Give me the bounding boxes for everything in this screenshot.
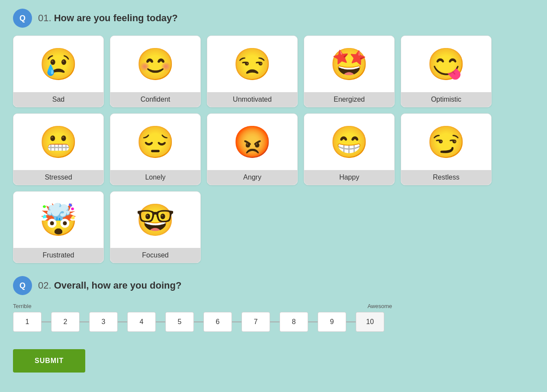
emotion-emoji-frustrated: 🤯 xyxy=(13,192,103,248)
emotion-label-stressed: Stressed xyxy=(13,170,103,185)
scale-number-8[interactable]: 8 xyxy=(280,312,308,332)
emotion-emoji-stressed: 😬 xyxy=(13,114,103,170)
emotion-emoji-confident: 😊 xyxy=(110,36,200,92)
emotion-label-lonely: Lonely xyxy=(110,170,200,185)
emotion-card-restless[interactable]: 😏 Restless xyxy=(401,113,492,185)
emotion-emoji-unmotivated: 😒 xyxy=(207,36,297,92)
scale-labels: Terrible Awesome xyxy=(13,303,392,309)
q1-number: 01. xyxy=(38,13,51,23)
question-2-section: Q 02. Overall, how are you doing? Terrib… xyxy=(13,276,534,332)
scale-connector-1 xyxy=(42,321,51,322)
emotion-card-sad[interactable]: 😢 Sad xyxy=(13,35,104,107)
emotion-label-energized: Energized xyxy=(304,92,394,107)
scale-connector-7 xyxy=(270,321,280,322)
scale-number-7[interactable]: 7 xyxy=(241,312,270,332)
emotion-label-happy: Happy xyxy=(304,170,394,185)
submit-button[interactable]: SUBMIT xyxy=(13,349,85,373)
question-2-header: Q 02. Overall, how are you doing? xyxy=(13,276,534,295)
emotion-emoji-focused: 🤓 xyxy=(110,192,200,248)
q2-text: Overall, how are you doing? xyxy=(54,280,182,291)
scale-number-5[interactable]: 5 xyxy=(165,312,194,332)
scale-numbers: 12345678910 xyxy=(13,312,534,332)
scale-number-4[interactable]: 4 xyxy=(127,312,156,332)
scale-connector-6 xyxy=(232,321,241,322)
emotion-emoji-sad: 😢 xyxy=(13,36,103,92)
emotion-card-focused[interactable]: 🤓 Focused xyxy=(110,191,201,263)
scale-connector-3 xyxy=(118,321,127,322)
scale-connector-2 xyxy=(80,321,89,322)
emotion-emoji-energized: 🤩 xyxy=(304,36,394,92)
q2-number: 02. xyxy=(38,280,51,291)
scale-number-9[interactable]: 9 xyxy=(318,312,346,332)
scale-section: Terrible Awesome 12345678910 xyxy=(13,303,534,332)
emotion-label-optimistic: Optimistic xyxy=(401,92,491,107)
scale-connector-8 xyxy=(308,321,318,322)
emotion-label-frustrated: Frustrated xyxy=(13,248,103,263)
question-1-header: Q 01. How are you feeling today? xyxy=(13,9,534,28)
emotion-card-stressed[interactable]: 😬 Stressed xyxy=(13,113,104,185)
emotion-label-unmotivated: Unmotivated xyxy=(207,92,297,107)
emotion-label-sad: Sad xyxy=(13,92,103,107)
emotion-card-angry[interactable]: 😡 Angry xyxy=(207,113,298,185)
emotion-card-frustrated[interactable]: 🤯 Frustrated xyxy=(13,191,104,263)
submit-section: SUBMIT xyxy=(13,332,534,373)
emotion-emoji-angry: 😡 xyxy=(207,114,297,170)
q1-badge: Q xyxy=(13,9,32,28)
emotion-emoji-optimistic: 😋 xyxy=(401,36,491,92)
scale-number-3[interactable]: 3 xyxy=(89,312,118,332)
emotion-label-restless: Restless xyxy=(401,170,491,185)
scale-number-2[interactable]: 2 xyxy=(51,312,80,332)
emotions-grid: 😢 Sad 😊 Confident 😒 Unmotivated 🤩 Energi… xyxy=(13,35,534,263)
emotion-label-focused: Focused xyxy=(110,248,200,263)
emotion-emoji-lonely: 😔 xyxy=(110,114,200,170)
scale-connector-4 xyxy=(156,321,165,322)
emotion-emoji-happy: 😁 xyxy=(304,114,394,170)
emotion-label-angry: Angry xyxy=(207,170,297,185)
emotion-emoji-restless: 😏 xyxy=(401,114,491,170)
emotion-card-optimistic[interactable]: 😋 Optimistic xyxy=(401,35,492,107)
emotion-card-confident[interactable]: 😊 Confident xyxy=(110,35,201,107)
scale-min-label: Terrible xyxy=(13,303,32,309)
scale-number-10[interactable]: 10 xyxy=(356,312,384,332)
scale-connector-5 xyxy=(194,321,203,322)
q1-title: 01. How are you feeling today? xyxy=(38,13,178,24)
emotion-label-confident: Confident xyxy=(110,92,200,107)
q1-text: How are you feeling today? xyxy=(54,13,178,23)
q2-title: 02. Overall, how are you doing? xyxy=(38,280,181,291)
emotion-card-happy[interactable]: 😁 Happy xyxy=(304,113,395,185)
scale-connector-9 xyxy=(346,321,356,322)
scale-number-6[interactable]: 6 xyxy=(203,312,232,332)
emotion-card-unmotivated[interactable]: 😒 Unmotivated xyxy=(207,35,298,107)
emotion-card-energized[interactable]: 🤩 Energized xyxy=(304,35,395,107)
emotion-card-lonely[interactable]: 😔 Lonely xyxy=(110,113,201,185)
scale-number-1[interactable]: 1 xyxy=(13,312,42,332)
scale-max-label: Awesome xyxy=(367,303,392,309)
q2-badge: Q xyxy=(13,276,32,295)
